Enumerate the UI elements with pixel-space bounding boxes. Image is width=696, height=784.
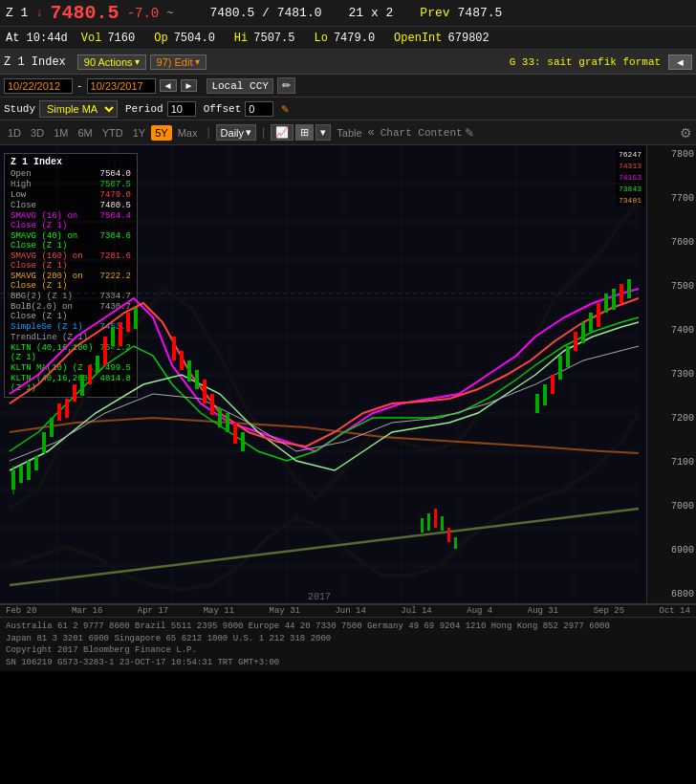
nav-next-button[interactable]: ► — [181, 79, 198, 92]
price-tick-6800: 6800 — [649, 589, 694, 599]
price-signal: ~ — [166, 7, 173, 20]
date-to-input[interactable] — [87, 78, 156, 94]
tp-6m-button[interactable]: 6M — [74, 125, 96, 141]
chart-svg: 2017 — [0, 145, 639, 604]
svg-rect-38 — [126, 313, 130, 332]
timeperiod-row: 1D 3D 1M 6M YTD 1Y 5Y Max | Daily ▾ | 📈 … — [0, 120, 696, 145]
svg-rect-24 — [19, 466, 23, 483]
price-change: -7.0 — [127, 6, 160, 21]
study-label: Study — [4, 103, 35, 115]
ccy-label: Local CCY — [207, 78, 272, 94]
svg-rect-53 — [558, 356, 562, 380]
back-button[interactable]: ◄ — [668, 54, 692, 70]
svg-rect-47 — [226, 413, 229, 432]
price-tick-7400: 7400 — [649, 325, 694, 336]
tp-divider: | — [205, 126, 211, 140]
header-bar: Z 1 ↓ 7480.5 -7.0 ~ 7480.5 / 7481.0 21 x… — [0, 0, 696, 27]
lot2: 2 — [386, 6, 394, 20]
svg-rect-48 — [233, 423, 237, 444]
price-scale: 7800 7700 7600 7500 7400 7300 7200 7100 … — [646, 145, 696, 603]
chart-area: Z 1 Index Open 7504.0 High 7507.5 Low 74… — [0, 145, 696, 604]
lo-label: Lo — [314, 32, 327, 45]
svg-rect-56 — [581, 322, 585, 343]
svg-rect-35 — [103, 337, 107, 365]
line-chart-button[interactable]: 📈 — [271, 124, 294, 141]
edit-button[interactable]: 97) Edit ▾ — [150, 54, 207, 70]
svg-rect-60 — [612, 289, 616, 310]
offset-label: Offset — [204, 103, 242, 115]
table-button[interactable]: Table — [333, 125, 365, 141]
prev-value: 7487.5 — [458, 6, 503, 20]
svg-rect-26 — [34, 456, 38, 470]
tp-1m-button[interactable]: 1M — [50, 125, 72, 141]
low-value: 7479.0 — [334, 32, 375, 45]
svg-rect-31 — [73, 384, 76, 402]
svg-rect-39 — [134, 308, 138, 329]
offset-input[interactable] — [245, 101, 273, 117]
svg-rect-62 — [627, 279, 631, 298]
settings-icon[interactable]: ⚙ — [680, 125, 692, 141]
svg-rect-27 — [42, 432, 46, 453]
svg-rect-66 — [441, 516, 444, 531]
svg-rect-54 — [566, 346, 570, 367]
xaxis-jun14: Jun 14 — [335, 606, 365, 616]
bar-chart-button[interactable]: ▾ — [315, 124, 331, 141]
double-arrow-icon[interactable]: « — [368, 126, 375, 140]
footer-line1: Australia 61 2 9777 8600 Brazil 5511 239… — [6, 621, 690, 633]
price-tick-7000: 7000 — [649, 501, 694, 512]
tp-ytd-button[interactable]: YTD — [98, 125, 127, 141]
period-input[interactable] — [167, 101, 196, 117]
svg-rect-58 — [597, 303, 600, 327]
xaxis-apr17: Apr 17 — [138, 606, 168, 616]
svg-rect-65 — [434, 509, 437, 528]
edit-chart-button[interactable]: ✏ — [277, 77, 295, 94]
xaxis-aug31: Aug 31 — [528, 606, 558, 616]
svg-rect-64 — [427, 513, 430, 531]
candlestick-button[interactable]: ⊞ — [295, 124, 314, 141]
tp-1d-button[interactable]: 1D — [4, 125, 25, 141]
study-select[interactable]: Simple MA — [39, 100, 118, 118]
xaxis-jul14: Jul 14 — [401, 606, 431, 616]
tp-5y-button[interactable]: 5Y — [151, 125, 171, 141]
xaxis-aug4: Aug 4 — [467, 606, 492, 616]
g33-label: G 33: sait grafik format — [510, 56, 661, 68]
study-edit-icon[interactable]: ✎ — [281, 101, 289, 117]
xaxis-may31: May 31 — [270, 606, 300, 616]
second-row: At 10:44d Vol 7160 Op 7504.0 Hi 7507.5 L… — [0, 27, 696, 50]
price-tick-7100: 7100 — [649, 457, 694, 468]
svg-rect-28 — [50, 418, 54, 437]
svg-rect-25 — [27, 461, 31, 480]
svg-rect-49 — [241, 432, 245, 451]
daily-label: Daily — [221, 127, 244, 139]
svg-rect-46 — [218, 408, 222, 427]
svg-rect-57 — [589, 313, 593, 332]
date-from-input[interactable] — [4, 78, 73, 94]
vol-label: Vol — [81, 32, 102, 45]
open-value: 7504.0 — [174, 32, 215, 45]
bid-price: 7480.5 — [209, 6, 254, 20]
oi-label: OpenInt — [394, 32, 442, 45]
price-main: 7480.5 — [51, 2, 120, 24]
toolbar-row: Z 1 Index 90 Actions ▾ 97) Edit ▾ G 33: … — [0, 50, 696, 75]
ask-price: 7481.0 — [277, 6, 322, 20]
svg-rect-52 — [551, 375, 555, 394]
nav-prev-button[interactable]: ◄ — [160, 79, 177, 92]
footer-line3: SN 106219 G573-3283-1 23-OCT-17 10:54:31… — [6, 657, 690, 669]
xaxis-mar16: Mar 16 — [72, 606, 102, 616]
svg-rect-63 — [421, 518, 424, 533]
svg-rect-68 — [454, 537, 457, 549]
svg-rect-37 — [119, 322, 122, 346]
tp-1y-button[interactable]: 1Y — [129, 125, 149, 141]
date-row: - ◄ ► Local CCY ✏ — [0, 75, 696, 98]
footer: Australia 61 2 9777 8600 Brazil 5511 239… — [0, 617, 696, 671]
daily-button[interactable]: Daily ▾ — [216, 124, 256, 141]
hi-label: Hi — [234, 32, 248, 45]
chart-edit-icon[interactable]: ✎ — [465, 126, 474, 140]
xaxis-may11: May 11 — [204, 606, 234, 616]
tp-3d-button[interactable]: 3D — [27, 125, 48, 141]
actions-label: 90 Actions — [84, 56, 133, 68]
tp-max-button[interactable]: Max — [174, 125, 202, 141]
actions-button[interactable]: 90 Actions ▾ — [77, 54, 146, 70]
svg-rect-41 — [180, 351, 184, 370]
xaxis-sep25: Sep 25 — [594, 606, 624, 616]
